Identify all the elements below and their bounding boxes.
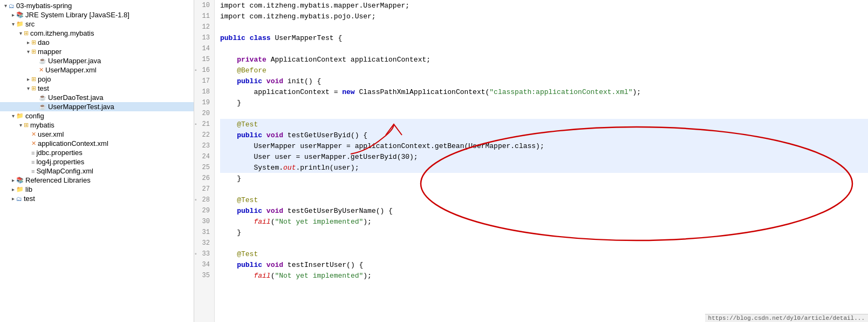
tree-arrow-project[interactable] <box>2 3 9 9</box>
tree-item-usermapper-java[interactable]: ☕ UserMapper.java <box>0 56 194 65</box>
tree-item-log4j-props[interactable]: ≡ log4j.properties <box>0 157 194 166</box>
project-icon: 🗂 <box>9 3 15 9</box>
tree-item-jre[interactable]: 📚 JRE System Library [JavaSE-1.8] <box>0 10 194 19</box>
token: out <box>283 164 296 172</box>
package-icon: ⊞ <box>31 39 36 46</box>
tree-item-test[interactable]: ⊞ test <box>0 84 194 93</box>
tree-item-project[interactable]: 🗂 03-mybatis-spring <box>0 1 194 10</box>
line-number-34: 34 <box>196 259 210 270</box>
tree-arrow-test[interactable] <box>25 85 31 91</box>
tree-label-usermapper-xml: UserMapper.xml <box>45 66 97 74</box>
token <box>220 131 237 139</box>
line-number-31: 31 <box>196 227 210 238</box>
line-number-10: 10 <box>196 0 210 11</box>
line-number-13: 13 <box>196 32 210 43</box>
tree-arrow-src[interactable] <box>10 21 16 27</box>
tree-item-config[interactable]: 📁 config <box>0 111 194 120</box>
java-icon: ☕ <box>39 103 46 110</box>
breakpoint-marker: ◦ <box>194 122 197 128</box>
tree-item-userdaotest[interactable]: ☕ UserDaoTest.java <box>0 93 194 102</box>
tree-label-usermappertest: UserMapperTest.java <box>48 103 114 111</box>
code-line-16◦: @Before <box>220 65 868 76</box>
token: User user = userMapper.getUserByid(30); <box>220 153 418 161</box>
tree-arrow-dao[interactable] <box>25 39 31 45</box>
tree-label-jre: JRE System Library [JavaSE-1.8] <box>25 11 129 19</box>
tree-arrow-mybatis[interactable] <box>17 122 24 128</box>
token <box>220 196 237 204</box>
token: fail <box>254 218 270 226</box>
token: ); <box>363 272 372 280</box>
line-number-33◦: 33◦ <box>196 249 210 259</box>
token: init() { <box>283 77 321 85</box>
line-number-25: 25 <box>196 162 210 173</box>
tree-item-pojo[interactable]: ⊞ pojo <box>0 75 194 84</box>
tree-item-mybatis[interactable]: ⊞ mybatis <box>0 120 194 130</box>
tree-item-ref-libs[interactable]: 📚 Referenced Libraries <box>0 176 194 185</box>
props-icon: ≡ <box>31 150 35 156</box>
tree-item-usermapper-xml[interactable]: ✕ UserMapper.xml <box>0 65 194 75</box>
token <box>245 34 250 42</box>
xml-icon: ✕ <box>39 66 44 73</box>
token: void <box>266 131 283 139</box>
token: fail <box>254 272 270 280</box>
tree-item-lib[interactable]: 📁 lib <box>0 185 194 194</box>
token: testGetUserByUserName() { <box>283 207 393 215</box>
props-icon: ≡ <box>31 168 35 175</box>
token: @Before <box>237 66 266 75</box>
file-tree[interactable]: 🗂 03-mybatis-spring📚 JRE System Library … <box>0 0 194 322</box>
token: class <box>250 34 271 42</box>
line-number-17: 17 <box>196 76 210 86</box>
tree-item-user-xml[interactable]: ✕ user.xml <box>0 130 194 139</box>
code-line-26: } <box>220 173 868 184</box>
code-line-31: } <box>220 227 868 238</box>
tree-arrow-com[interactable] <box>17 30 24 36</box>
tree-arrow-jre[interactable] <box>10 12 16 18</box>
tree-label-test2: test <box>24 194 35 203</box>
code-line-30: fail("Not yet implemented"); <box>220 216 868 227</box>
tree-item-mapper[interactable]: ⊞ mapper <box>0 47 194 56</box>
tree-item-sqlmap-xml[interactable]: ≡ SqlMapConfig.xml <box>0 166 194 176</box>
token: ApplicationContext applicationContext; <box>266 56 430 64</box>
tree-arrow-mapper[interactable] <box>25 49 31 55</box>
tree-arrow-config[interactable] <box>10 113 16 119</box>
tree-arrow-ref-libs[interactable] <box>10 177 16 183</box>
lib-icon: 📚 <box>16 177 24 184</box>
tree-item-dao[interactable]: ⊞ dao <box>0 38 194 47</box>
tree-item-jdbc-props[interactable]: ≡ jdbc.properties <box>0 148 194 157</box>
token <box>220 77 237 85</box>
tree-arrow-pojo[interactable] <box>25 76 31 82</box>
tree-arrow-test2[interactable] <box>10 196 16 202</box>
tree-item-usermappertest[interactable]: ☕ UserMapperTest.java <box>0 102 194 111</box>
token: testInsertUser() { <box>283 261 363 269</box>
tree-label-lib: lib <box>25 185 32 193</box>
code-line-18: applicationContext = new ClassPathXmlApp… <box>220 86 868 97</box>
token <box>220 66 237 75</box>
tree-item-src[interactable]: 📁 src <box>0 19 194 29</box>
line-number-21◦: 21◦ <box>196 119 210 130</box>
token: ClassPathXmlApplicationContext( <box>355 88 490 96</box>
package-icon: ⊞ <box>31 48 36 55</box>
token: import com.itzheng.mybatis.mapper.UserMa… <box>220 2 409 10</box>
tree-label-appcontext-xml: applicationContext.xml <box>38 139 108 147</box>
tree-item-com[interactable]: ⊞ com.itzheng.mybatis <box>0 29 194 38</box>
token: UserMapper userMapper = applicationConte… <box>220 142 544 150</box>
token: @Test <box>237 196 258 204</box>
breakpoint-marker: ◦ <box>194 68 197 73</box>
tree-arrow-lib[interactable] <box>10 186 16 192</box>
token: testGetUserByid() { <box>283 131 367 139</box>
tree-label-config: config <box>25 112 44 120</box>
token <box>262 77 266 85</box>
line-number-28◦: 28◦ <box>196 194 210 205</box>
tree-item-test2[interactable]: 🗂 test <box>0 194 194 203</box>
line-number-19: 19 <box>196 97 210 108</box>
token <box>262 207 266 215</box>
token: "Not yet implemented" <box>275 218 363 226</box>
package-icon: ⊞ <box>31 76 36 83</box>
code-line-28◦: @Test <box>220 194 868 205</box>
tree-item-appcontext-xml[interactable]: ✕ applicationContext.xml <box>0 139 194 148</box>
code-line-32 <box>220 238 868 249</box>
tree-label-project: 03-mybatis-spring <box>16 2 72 10</box>
token: ( <box>271 272 275 280</box>
token: public <box>237 261 262 269</box>
token: public <box>237 207 262 215</box>
